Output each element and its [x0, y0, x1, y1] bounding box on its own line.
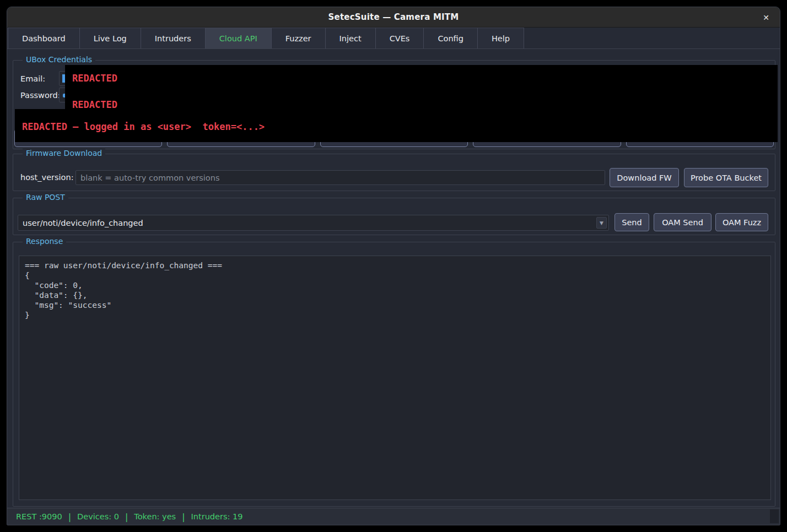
probe-ota-bucket-button[interactable]: Probe OTA Bucket	[684, 168, 768, 187]
send-button[interactable]: Send	[614, 213, 649, 231]
tab-intruders[interactable]: Intruders	[141, 28, 206, 48]
status-intruders: Intruders: 19	[191, 512, 243, 521]
oam-fuzz-button[interactable]: OAM Fuzz	[715, 213, 768, 231]
firmware-download-group: Firmware Download host_version: Download…	[13, 154, 775, 191]
tab-cloud-api[interactable]: Cloud API	[205, 28, 272, 48]
endpoint-combobox-value: user/noti/device/info_changed	[18, 219, 596, 227]
tab-live-log[interactable]: Live Log	[79, 28, 141, 48]
host-version-label: host_version:	[20, 173, 74, 182]
status-separator: |	[182, 512, 185, 522]
email-label: Email:	[20, 74, 45, 83]
ubox-credentials-legend: UBox Credentials	[23, 55, 95, 64]
response-output[interactable]: === raw user/noti/device/info_changed ==…	[19, 256, 771, 500]
download-fw-button[interactable]: Download FW	[610, 168, 679, 187]
tab-fuzzer[interactable]: Fuzzer	[271, 28, 326, 48]
oam-send-button[interactable]: OAM Send	[654, 213, 711, 231]
resize-grip[interactable]	[770, 509, 779, 523]
endpoint-combobox[interactable]: user/noti/device/info_changed ▼	[18, 215, 609, 231]
tab-bar: Dashboard Live Log Intruders Cloud API F…	[7, 28, 780, 49]
title-bar: SetecSuite — Camera MITM ✕	[7, 7, 780, 28]
response-group: Response === raw user/noti/device/info_c…	[13, 242, 775, 507]
tab-dashboard[interactable]: Dashboard	[8, 28, 80, 48]
redacted-login-status-label: REDACTED — logged in as <user> token=<..…	[22, 121, 265, 132]
raw-post-legend: Raw POST	[23, 193, 68, 202]
redacted-password-label: REDACTED	[72, 99, 117, 110]
tab-inject[interactable]: Inject	[325, 28, 376, 48]
status-token: Token: yes	[134, 512, 176, 521]
redacted-email-label: REDACTED	[72, 73, 117, 84]
window-title: SetecSuite — Camera MITM	[7, 12, 780, 22]
raw-post-group: Raw POST user/noti/device/info_changed ▼…	[13, 198, 775, 235]
status-separator: |	[125, 512, 128, 522]
chevron-down-icon[interactable]: ▼	[596, 217, 607, 229]
host-version-input[interactable]	[76, 170, 605, 185]
status-devices: Devices: 0	[77, 512, 119, 521]
status-bar: REST :9090 | Devices: 0 | Token: yes | I…	[7, 508, 780, 525]
tab-config[interactable]: Config	[423, 28, 478, 48]
status-rest: REST :9090	[16, 512, 62, 521]
password-label: Password:	[20, 91, 61, 100]
firmware-download-legend: Firmware Download	[23, 149, 105, 158]
tab-help[interactable]: Help	[477, 28, 524, 48]
status-separator: |	[68, 512, 71, 522]
close-icon[interactable]: ✕	[760, 12, 772, 24]
response-legend: Response	[23, 237, 66, 246]
tab-cves[interactable]: CVEs	[375, 28, 424, 48]
